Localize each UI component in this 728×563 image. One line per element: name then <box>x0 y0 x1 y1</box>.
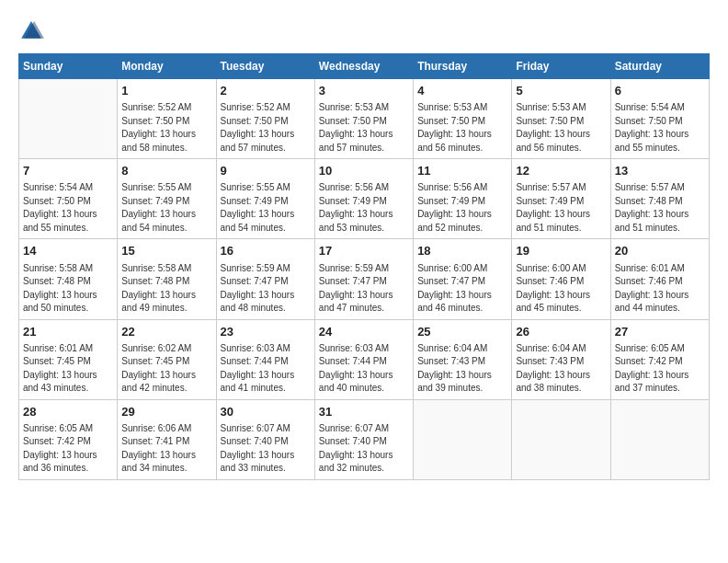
day-info: Sunrise: 5:58 AMSunset: 7:48 PMDaylight:… <box>121 262 211 316</box>
day-number: 15 <box>121 243 211 259</box>
day-number: 17 <box>319 243 409 259</box>
day-number: 13 <box>615 163 705 179</box>
calendar-cell: 3Sunrise: 5:53 AMSunset: 7:50 PMDaylight… <box>314 79 413 159</box>
day-info: Sunrise: 5:55 AMSunset: 7:49 PMDaylight:… <box>221 181 311 235</box>
calendar-cell: 22Sunrise: 6:02 AMSunset: 7:45 PMDayligh… <box>118 319 216 399</box>
calendar-cell: 29Sunrise: 6:06 AMSunset: 7:41 PMDayligh… <box>118 399 216 479</box>
day-info: Sunrise: 6:00 AMSunset: 7:47 PMDaylight:… <box>417 262 507 316</box>
day-number: 14 <box>23 243 113 259</box>
logo <box>18 18 48 44</box>
calendar-cell: 6Sunrise: 5:54 AMSunset: 7:50 PMDaylight… <box>610 79 709 159</box>
weekday-header-tuesday: Tuesday <box>216 54 314 79</box>
day-info: Sunrise: 6:07 AMSunset: 7:40 PMDaylight:… <box>319 422 409 476</box>
day-number: 16 <box>221 243 311 259</box>
calendar-cell: 27Sunrise: 6:05 AMSunset: 7:42 PMDayligh… <box>610 319 709 399</box>
day-info: Sunrise: 6:01 AMSunset: 7:46 PMDaylight:… <box>615 262 705 316</box>
day-number: 24 <box>319 324 409 340</box>
calendar-week-4: 21Sunrise: 6:01 AMSunset: 7:45 PMDayligh… <box>19 319 710 399</box>
calendar-cell: 11Sunrise: 5:56 AMSunset: 7:49 PMDayligh… <box>414 159 512 239</box>
day-info: Sunrise: 6:00 AMSunset: 7:46 PMDaylight:… <box>516 262 606 316</box>
day-number: 7 <box>23 163 113 179</box>
calendar-cell: 28Sunrise: 6:05 AMSunset: 7:42 PMDayligh… <box>19 399 118 479</box>
weekday-header-friday: Friday <box>512 54 610 79</box>
calendar-cell: 1Sunrise: 5:52 AMSunset: 7:50 PMDaylight… <box>118 79 216 159</box>
day-info: Sunrise: 5:59 AMSunset: 7:47 PMDaylight:… <box>319 262 409 316</box>
day-info: Sunrise: 5:55 AMSunset: 7:49 PMDaylight:… <box>121 181 211 235</box>
calendar-cell: 12Sunrise: 5:57 AMSunset: 7:49 PMDayligh… <box>512 159 610 239</box>
calendar-cell <box>512 399 610 479</box>
day-info: Sunrise: 5:58 AMSunset: 7:48 PMDaylight:… <box>23 262 113 316</box>
day-info: Sunrise: 5:59 AMSunset: 7:47 PMDaylight:… <box>221 262 311 316</box>
calendar-cell <box>19 79 118 159</box>
day-info: Sunrise: 5:52 AMSunset: 7:50 PMDaylight:… <box>121 101 211 155</box>
day-number: 28 <box>23 404 113 420</box>
calendar-week-2: 7Sunrise: 5:54 AMSunset: 7:50 PMDaylight… <box>19 159 710 239</box>
day-number: 31 <box>319 404 409 420</box>
day-info: Sunrise: 6:04 AMSunset: 7:43 PMDaylight:… <box>417 342 507 396</box>
logo-icon <box>18 18 44 44</box>
calendar-cell: 17Sunrise: 5:59 AMSunset: 7:47 PMDayligh… <box>314 239 413 319</box>
day-info: Sunrise: 5:53 AMSunset: 7:50 PMDaylight:… <box>417 101 507 155</box>
calendar-cell: 21Sunrise: 6:01 AMSunset: 7:45 PMDayligh… <box>19 319 118 399</box>
calendar-cell: 10Sunrise: 5:56 AMSunset: 7:49 PMDayligh… <box>314 159 413 239</box>
calendar-week-1: 1Sunrise: 5:52 AMSunset: 7:50 PMDaylight… <box>19 79 710 159</box>
day-number: 27 <box>615 324 705 340</box>
day-info: Sunrise: 5:52 AMSunset: 7:50 PMDaylight:… <box>221 101 311 155</box>
day-number: 12 <box>516 163 606 179</box>
day-info: Sunrise: 6:05 AMSunset: 7:42 PMDaylight:… <box>615 342 705 396</box>
calendar-cell: 9Sunrise: 5:55 AMSunset: 7:49 PMDaylight… <box>216 159 314 239</box>
day-info: Sunrise: 5:53 AMSunset: 7:50 PMDaylight:… <box>319 101 409 155</box>
calendar-cell: 30Sunrise: 6:07 AMSunset: 7:40 PMDayligh… <box>216 399 314 479</box>
day-number: 21 <box>23 324 113 340</box>
day-number: 2 <box>221 83 311 99</box>
day-number: 19 <box>516 243 606 259</box>
day-number: 8 <box>121 163 211 179</box>
calendar-cell: 16Sunrise: 5:59 AMSunset: 7:47 PMDayligh… <box>216 239 314 319</box>
day-info: Sunrise: 5:54 AMSunset: 7:50 PMDaylight:… <box>615 101 705 155</box>
day-info: Sunrise: 5:56 AMSunset: 7:49 PMDaylight:… <box>417 181 507 235</box>
calendar-cell: 19Sunrise: 6:00 AMSunset: 7:46 PMDayligh… <box>512 239 610 319</box>
calendar-cell: 2Sunrise: 5:52 AMSunset: 7:50 PMDaylight… <box>216 79 314 159</box>
day-number: 1 <box>121 83 211 99</box>
day-number: 18 <box>417 243 507 259</box>
day-number: 10 <box>319 163 409 179</box>
day-info: Sunrise: 6:05 AMSunset: 7:42 PMDaylight:… <box>23 422 113 476</box>
calendar-cell: 5Sunrise: 5:53 AMSunset: 7:50 PMDaylight… <box>512 79 610 159</box>
day-info: Sunrise: 5:54 AMSunset: 7:50 PMDaylight:… <box>23 181 113 235</box>
day-number: 4 <box>417 83 507 99</box>
day-number: 22 <box>121 324 211 340</box>
calendar-cell: 18Sunrise: 6:00 AMSunset: 7:47 PMDayligh… <box>414 239 512 319</box>
calendar-cell: 26Sunrise: 6:04 AMSunset: 7:43 PMDayligh… <box>512 319 610 399</box>
calendar-week-3: 14Sunrise: 5:58 AMSunset: 7:48 PMDayligh… <box>19 239 710 319</box>
calendar-cell <box>414 399 512 479</box>
day-number: 11 <box>417 163 507 179</box>
day-info: Sunrise: 6:06 AMSunset: 7:41 PMDaylight:… <box>121 422 211 476</box>
day-info: Sunrise: 6:07 AMSunset: 7:40 PMDaylight:… <box>221 422 311 476</box>
day-number: 9 <box>221 163 311 179</box>
calendar-cell: 24Sunrise: 6:03 AMSunset: 7:44 PMDayligh… <box>314 319 413 399</box>
weekday-header-saturday: Saturday <box>610 54 709 79</box>
day-info: Sunrise: 5:53 AMSunset: 7:50 PMDaylight:… <box>516 101 606 155</box>
calendar-cell: 20Sunrise: 6:01 AMSunset: 7:46 PMDayligh… <box>610 239 709 319</box>
calendar-body: 1Sunrise: 5:52 AMSunset: 7:50 PMDaylight… <box>19 79 710 480</box>
calendar-cell: 7Sunrise: 5:54 AMSunset: 7:50 PMDaylight… <box>19 159 118 239</box>
day-info: Sunrise: 5:56 AMSunset: 7:49 PMDaylight:… <box>319 181 409 235</box>
weekday-header-thursday: Thursday <box>414 54 512 79</box>
day-info: Sunrise: 5:57 AMSunset: 7:48 PMDaylight:… <box>615 181 705 235</box>
day-info: Sunrise: 5:57 AMSunset: 7:49 PMDaylight:… <box>516 181 606 235</box>
day-number: 29 <box>121 404 211 420</box>
day-info: Sunrise: 6:01 AMSunset: 7:45 PMDaylight:… <box>23 342 113 396</box>
day-number: 26 <box>516 324 606 340</box>
weekday-row: SundayMondayTuesdayWednesdayThursdayFrid… <box>19 54 710 79</box>
calendar-cell: 4Sunrise: 5:53 AMSunset: 7:50 PMDaylight… <box>414 79 512 159</box>
calendar-cell: 25Sunrise: 6:04 AMSunset: 7:43 PMDayligh… <box>414 319 512 399</box>
weekday-header-wednesday: Wednesday <box>314 54 413 79</box>
page-header <box>18 18 710 44</box>
day-number: 25 <box>417 324 507 340</box>
day-number: 30 <box>221 404 311 420</box>
day-info: Sunrise: 6:04 AMSunset: 7:43 PMDaylight:… <box>516 342 606 396</box>
day-info: Sunrise: 6:02 AMSunset: 7:45 PMDaylight:… <box>121 342 211 396</box>
day-info: Sunrise: 6:03 AMSunset: 7:44 PMDaylight:… <box>221 342 311 396</box>
weekday-header-sunday: Sunday <box>19 54 118 79</box>
calendar-cell: 15Sunrise: 5:58 AMSunset: 7:48 PMDayligh… <box>118 239 216 319</box>
